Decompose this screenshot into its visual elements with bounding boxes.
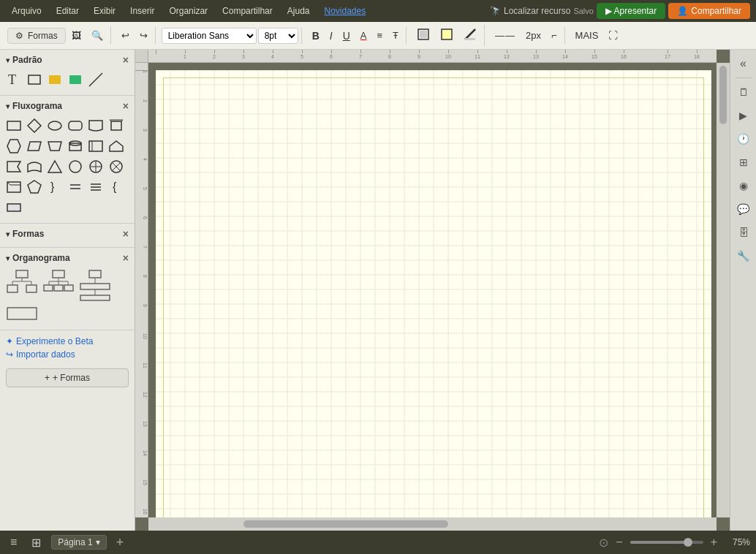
shapes-panel-toggle[interactable]: ⚙ Formas [7,28,66,44]
line-end-button[interactable]: ⌐ [547,27,562,44]
flow-trap[interactable] [45,137,64,156]
flow-flag[interactable] [4,157,23,176]
add-page-button[interactable]: + [113,534,128,552]
flow-cyl[interactable] [66,137,85,156]
flow-diamond[interactable] [25,116,44,135]
bold-button[interactable]: B [308,27,324,45]
import-data-link[interactable]: ↪ Importar dados [6,349,129,360]
page-indicator[interactable]: Página 1 ▾ [51,535,106,550]
more-button[interactable]: MAIS [571,27,603,44]
zoom-slider-thumb[interactable] [684,538,692,547]
menu-exibir[interactable]: Exibir [88,4,121,18]
padrao-close-button[interactable]: × [123,54,129,66]
layers-button[interactable]: ⊞ [733,151,755,173]
flow-hex[interactable] [4,137,23,156]
flow-rect2[interactable] [107,116,126,135]
shape-text[interactable]: T [4,70,23,89]
flow-ellipse[interactable] [45,116,64,135]
menu-compartilhar[interactable]: Compartilhar [216,4,279,18]
formas-close-button[interactable]: × [123,228,129,240]
canvas-scroll[interactable] [148,63,717,517]
menu-editar[interactable]: Editar [50,4,85,18]
fill-color-button[interactable] [436,25,458,46]
add-icon: + [45,373,50,383]
zoom-slider[interactable] [630,541,703,544]
fullscreen-button[interactable]: ⛶ [604,27,622,44]
svg-rect-58 [44,285,53,291]
flow-rect[interactable] [4,116,23,135]
flow-brace2[interactable]: { [107,178,126,197]
search-button[interactable]: 🔍 [87,27,107,44]
undo-button[interactable]: ↩ [117,27,134,44]
flow-bent[interactable] [107,137,126,156]
flow-para[interactable] [25,137,44,156]
comment-button[interactable]: 💬 [733,198,755,220]
menu-find[interactable]: 🔭 Localizar recurso [490,6,570,16]
grid-view-button[interactable]: ⊞ [27,534,45,552]
flow-rect5[interactable] [4,178,23,197]
italic-button[interactable]: I [325,27,337,45]
flow-rect3[interactable] [86,137,105,156]
shape-yellow-rect[interactable] [45,70,64,89]
menu-ajuda[interactable]: Ajuda [281,4,316,18]
flow-pent[interactable] [25,178,44,197]
font-color-button[interactable]: A [356,27,371,44]
org-shape-1[interactable] [4,268,39,302]
align-left-button[interactable]: ≡ [372,27,387,44]
menu-novidades[interactable]: Novidades [319,4,372,18]
flow-circ[interactable] [66,157,85,176]
fill-button[interactable]: ◉ [733,175,755,197]
svg-rect-6 [29,75,40,84]
org-shape-3[interactable] [78,268,113,302]
video-button[interactable]: ▶ [733,105,755,126]
org-shape-2[interactable] [41,268,76,302]
zoom-in-button[interactable]: + [708,534,720,550]
font-name-select[interactable]: Liberation Sans [162,28,257,44]
flow-rounded-rect[interactable] [66,116,85,135]
canvas[interactable] [156,70,711,517]
present-button[interactable]: ▶ Apresentar [597,3,665,19]
scrollbar-horizontal[interactable] [148,517,717,531]
collapse-panel-button[interactable]: « [733,53,755,75]
flow-eq2[interactable] [86,178,105,197]
flow-rect6[interactable] [4,198,23,217]
flow-doc[interactable] [86,116,105,135]
underline-button[interactable]: U [339,27,355,45]
clock-button[interactable]: 🕐 [733,128,755,150]
shape-green-rect[interactable] [66,70,85,89]
shape-rect[interactable] [25,70,44,89]
align-text-button[interactable]: Ŧ [388,27,403,44]
font-size-select[interactable]: 8pt 10pt 12pt [258,28,298,44]
flow-tri[interactable] [45,157,64,176]
redo-button[interactable]: ↪ [135,27,152,44]
flow-brace[interactable]: } [45,178,64,197]
flow-eq[interactable] [66,178,85,197]
fluxograma-close-button[interactable]: × [123,100,129,112]
scrollbar-thumb-v[interactable] [719,66,727,124]
zoom-out-button[interactable]: − [613,534,625,550]
shape-fill-button[interactable] [412,25,434,46]
organograma-close-button[interactable]: × [123,252,129,264]
database-button[interactable]: 🗄 [733,221,755,243]
sticky-icon: 🗒 [738,86,749,98]
shape-line[interactable] [86,70,105,89]
flow-cross[interactable] [107,157,126,176]
menu-arquivo[interactable]: Arquivo [6,4,48,18]
line-style-button[interactable]: —— [491,27,520,44]
insert-image-button[interactable]: 🖼 [67,27,86,44]
menu-organizar[interactable]: Organizar [163,4,213,18]
share-button[interactable]: 👤 Compartilhar [668,3,750,19]
sticky-note-button[interactable]: 🗒 [733,81,755,103]
line-width-button[interactable]: 2px [521,27,545,44]
flow-plus[interactable] [86,157,105,176]
menu-inserir[interactable]: Inserir [124,4,160,18]
scrollbar-thumb-h[interactable] [243,520,448,528]
try-beta-link[interactable]: ✦ Experimente o Beta [6,336,129,346]
stroke-color-button[interactable] [459,25,481,46]
list-view-button[interactable]: ≡ [6,534,21,551]
add-shapes-button[interactable]: + + Formas [6,368,129,387]
scrollbar-vertical[interactable] [717,63,730,517]
org-shape-4[interactable] [4,303,39,324]
flow-rect4[interactable] [25,157,44,176]
tools-button[interactable]: 🔧 [733,245,755,267]
